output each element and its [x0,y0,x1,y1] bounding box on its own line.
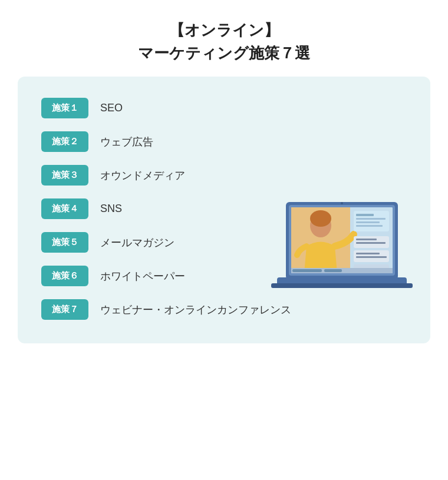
main-card: 施策１SEO施策２ウェブ広告施策３オウンドメディア施策４SNS施策５メールマガジ… [18,77,430,343]
item-label-1: SEO [100,102,123,114]
svg-rect-14 [356,225,383,227]
page-title: 【オンライン】 マーケティング施策７選 [12,19,436,65]
svg-rect-11 [356,214,374,216]
svg-rect-17 [356,242,386,244]
svg-rect-20 [356,256,387,258]
list-item: 施策２ウェブ広告 [41,131,407,152]
badge-5: 施策５ [41,232,88,253]
svg-rect-13 [356,221,380,223]
badge-3: 施策３ [41,165,88,186]
item-label-6: ホワイトペーパー [100,269,185,283]
item-label-3: オウンドメディア [100,168,185,183]
badge-7: 施策７ [41,299,88,320]
list-item: 施策３オウンドメディア [41,165,407,186]
laptop-illustration [271,190,413,296]
svg-point-9 [310,210,331,227]
svg-rect-1 [271,283,413,288]
svg-rect-24 [324,269,342,272]
badge-2: 施策２ [41,131,88,152]
list-item: 施策７ウェビナー・オンラインカンファレンス [41,299,407,320]
svg-rect-19 [356,253,380,254]
item-label-7: ウェビナー・オンラインカンファレンス [100,303,291,317]
item-label-2: ウェブ広告 [100,135,153,149]
badge-1: 施策１ [41,98,88,118]
svg-point-5 [341,202,343,204]
badge-6: 施策６ [41,266,88,286]
badge-4: 施策４ [41,198,88,219]
item-label-4: SNS [100,203,122,215]
item-label-5: メールマガジン [100,236,174,250]
list-item: 施策１SEO [41,98,407,118]
page-header: 【オンライン】 マーケティング施策７選 [0,0,448,77]
svg-rect-12 [356,218,386,220]
svg-rect-16 [356,239,377,240]
svg-rect-23 [292,269,322,272]
